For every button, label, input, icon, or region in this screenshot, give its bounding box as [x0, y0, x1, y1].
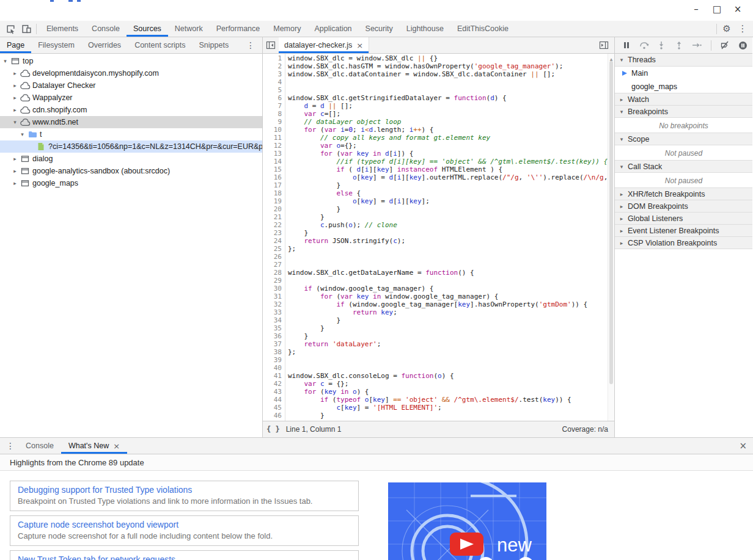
- tab-security[interactable]: Security: [359, 21, 400, 37]
- line-number[interactable]: 43: [263, 388, 282, 396]
- inspect-element-icon[interactable]: [2, 21, 18, 37]
- line-number[interactable]: 21: [263, 213, 282, 221]
- tab-console[interactable]: Console: [85, 21, 127, 37]
- settings-gear-icon[interactable]: ⚙: [719, 21, 735, 37]
- tree-expand-icon[interactable]: ▸: [11, 82, 19, 89]
- close-tab-icon[interactable]: ×: [113, 442, 120, 451]
- whats-new-card[interactable]: Capture node screenshot beyond viewportC…: [10, 515, 359, 546]
- line-number[interactable]: 15: [263, 165, 282, 173]
- line-number[interactable]: 45: [263, 404, 282, 412]
- drawer-tab-what-s-new[interactable]: What's New×: [61, 438, 127, 454]
- show-debugger-icon[interactable]: [596, 37, 612, 53]
- section-header-csp-violation-breakpoints[interactable]: ▸CSP Violation Breakpoints: [615, 236, 752, 249]
- hide-navigator-icon[interactable]: [263, 37, 279, 53]
- step-icon[interactable]: [691, 38, 702, 52]
- tab-sources[interactable]: Sources: [127, 21, 168, 37]
- line-number[interactable]: 40: [263, 364, 282, 372]
- line-number[interactable]: 38: [263, 348, 282, 356]
- navigator-tab-overrides[interactable]: Overrides: [81, 37, 128, 53]
- tree-item-developmentdaisycon-myshopify-[interactable]: ▸developmentdaisycon.myshopify.com: [0, 67, 262, 79]
- line-number[interactable]: 37: [263, 340, 282, 348]
- tree-expand-icon[interactable]: ▸: [11, 70, 19, 76]
- line-number[interactable]: 5: [263, 86, 282, 94]
- line-number[interactable]: 36: [263, 332, 282, 340]
- line-number[interactable]: 13: [263, 150, 282, 158]
- code-editor[interactable]: 1234567891011121314151617181920212223242…: [263, 54, 614, 421]
- section-expand-icon[interactable]: ▾: [619, 109, 625, 115]
- line-number[interactable]: 4: [263, 78, 282, 86]
- section-header-breakpoints[interactable]: ▾Breakpoints: [615, 105, 752, 118]
- line-number[interactable]: 28: [263, 269, 282, 277]
- tree-expand-icon[interactable]: ▸: [11, 95, 19, 101]
- line-number[interactable]: 35: [263, 324, 282, 332]
- line-number[interactable]: 19: [263, 197, 282, 205]
- pause-script-icon[interactable]: [621, 38, 632, 52]
- section-header-xhr-fetch-breakpoints[interactable]: ▸XHR/fetch Breakpoints: [615, 187, 752, 200]
- scrollbar-thumb[interactable]: [609, 61, 613, 384]
- tree-item-t[interactable]: ▾t: [0, 128, 262, 140]
- tree-expand-icon[interactable]: ▾: [1, 58, 9, 64]
- tree-item-top[interactable]: ▾top: [0, 55, 262, 67]
- line-number[interactable]: 2: [263, 62, 282, 70]
- line-number[interactable]: 16: [263, 173, 282, 181]
- editor-scrollbar[interactable]: ▲: [608, 54, 614, 421]
- tree-item--ci-14356-ti-1056-np-1-c-nl-z-[interactable]: ?ci=14356&ti=1056&np=1&c=NL&z=1314CH&pr=…: [0, 140, 262, 153]
- deactivate-breakpoints-icon[interactable]: [720, 38, 731, 52]
- whats-new-card-title[interactable]: Capture node screenshot beyond viewport: [18, 520, 351, 529]
- tab-elements[interactable]: Elements: [40, 21, 85, 37]
- line-number[interactable]: 29: [263, 277, 282, 285]
- step-out-icon[interactable]: [674, 38, 685, 52]
- line-number[interactable]: 25: [263, 245, 282, 253]
- line-number[interactable]: 17: [263, 181, 282, 189]
- section-expand-icon[interactable]: ▸: [619, 240, 625, 246]
- step-over-icon[interactable]: [639, 38, 650, 52]
- pause-on-exceptions-icon[interactable]: [737, 38, 748, 52]
- device-toolbar-icon[interactable]: [18, 21, 34, 37]
- line-number[interactable]: 12: [263, 142, 282, 150]
- pretty-print-icon[interactable]: { }: [266, 425, 280, 434]
- line-number[interactable]: 3: [263, 70, 282, 78]
- navigator-tab-filesystem[interactable]: Filesystem: [31, 37, 81, 53]
- line-number[interactable]: 7: [263, 102, 282, 110]
- tree-expand-icon[interactable]: ▸: [11, 107, 19, 113]
- close-drawer-icon[interactable]: ×: [733, 438, 753, 454]
- whats-new-card[interactable]: Debugging support for Trusted Type viola…: [10, 481, 359, 511]
- line-number[interactable]: 20: [263, 205, 282, 213]
- line-number[interactable]: 41: [263, 372, 282, 380]
- tab-network[interactable]: Network: [168, 21, 210, 37]
- tab-performance[interactable]: Performance: [210, 21, 267, 37]
- section-header-scope[interactable]: ▾Scope: [615, 133, 752, 145]
- line-number[interactable]: 1: [263, 54, 282, 62]
- tree-expand-icon[interactable]: ▾: [18, 131, 26, 137]
- navigator-tab-snippets[interactable]: Snippets: [193, 37, 236, 53]
- tree-item-www-ndt5-net[interactable]: ▾www.ndt5.net: [0, 116, 262, 128]
- tab-application[interactable]: Application: [307, 21, 358, 37]
- tree-item-dialog[interactable]: ▸dialog: [0, 153, 262, 165]
- tab-editthiscookie[interactable]: EditThisCookie: [450, 21, 515, 37]
- navigator-tab-page[interactable]: Page: [0, 37, 31, 53]
- section-expand-icon[interactable]: ▸: [619, 203, 625, 209]
- close-window-button[interactable]: ×: [727, 4, 748, 15]
- tree-expand-icon[interactable]: ▾: [11, 119, 19, 125]
- line-number[interactable]: 23: [263, 229, 282, 237]
- line-number[interactable]: 47: [263, 420, 282, 421]
- line-number[interactable]: 32: [263, 300, 282, 308]
- close-tab-icon[interactable]: ×: [356, 41, 363, 50]
- section-expand-icon[interactable]: ▸: [619, 191, 625, 197]
- section-header-watch[interactable]: ▸Watch: [615, 93, 752, 106]
- drawer-tab-console[interactable]: Console: [18, 438, 61, 454]
- tree-item-google-maps[interactable]: ▸google_maps: [0, 177, 262, 189]
- section-expand-icon[interactable]: ▸: [619, 228, 625, 234]
- tree-item-wappalyzer[interactable]: ▸Wappalyzer: [0, 92, 262, 104]
- more-tabs-icon[interactable]: ⋮: [243, 37, 259, 53]
- line-number[interactable]: 18: [263, 189, 282, 197]
- video-thumbnail[interactable]: new: [388, 482, 546, 560]
- section-expand-icon[interactable]: ▾: [619, 57, 625, 63]
- tree-item-cdn-shopify-com[interactable]: ▸cdn.shopify.com: [0, 104, 262, 116]
- maximize-window-button[interactable]: □: [707, 4, 727, 15]
- tree-item-datalayer-checker[interactable]: ▸Datalayer Checker: [0, 79, 262, 92]
- tab-memory[interactable]: Memory: [266, 21, 307, 37]
- line-number[interactable]: 8: [263, 110, 282, 118]
- whats-new-card[interactable]: New Trust Token tab for network requests…: [10, 550, 359, 560]
- line-number[interactable]: 34: [263, 316, 282, 324]
